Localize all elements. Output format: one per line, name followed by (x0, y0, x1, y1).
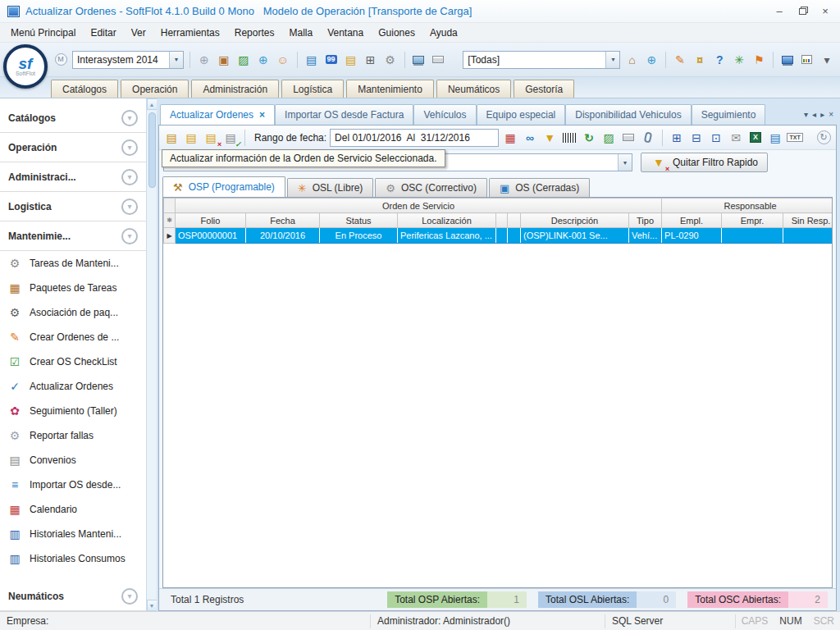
module-tab-operacion[interactable]: Operación (121, 80, 189, 98)
date-range-input[interactable]: Del 01/01/2016 Al 31/12/2016 (330, 129, 499, 147)
flag-icon[interactable]: ⚑ (751, 52, 767, 68)
module-tab-logistica[interactable]: Logística (281, 80, 344, 98)
sidebar-section-administracion[interactable]: Administraci... ▾ (0, 162, 146, 192)
doc-tab-vehiculos[interactable]: Vehículos (413, 104, 476, 125)
tab-close-icon[interactable]: × (829, 110, 833, 119)
sidebar-section-logistica[interactable]: Logistica ▾ (0, 192, 146, 221)
sidebar-item-actualizar-ordenes[interactable]: ✓ Actualizar Ordenes (0, 374, 146, 399)
collapse-section-icon[interactable]: ▾ (121, 169, 138, 185)
mail-icon[interactable]: ✉ (728, 130, 744, 146)
company-badge-icon[interactable]: M (52, 52, 69, 68)
col-flag-2[interactable] (508, 213, 521, 228)
toolbar-overflow-icon[interactable]: ▾ (819, 52, 835, 68)
users-icon[interactable]: ☺ (275, 52, 291, 68)
menu-menu-principal[interactable]: Menú Principal (3, 25, 83, 41)
tab-osp-programable[interactable]: ⚒ OSP (Programable) (162, 176, 285, 197)
chevron-down-icon[interactable]: ▼ (618, 154, 632, 171)
picture-icon[interactable]: ▨ (600, 130, 617, 146)
module-tab-neumaticos[interactable]: Neumáticos (436, 80, 511, 98)
doc-tab-disponibilidad[interactable]: Disponibilidad Vehiculos (565, 104, 691, 125)
calendar-search-icon[interactable]: ▦ (502, 130, 518, 146)
collapse-section-icon[interactable]: ▾ (121, 228, 138, 244)
order-pad-icon[interactable]: ▤ (183, 130, 199, 146)
help-icon[interactable]: ? (711, 52, 728, 68)
col-sin-resp[interactable]: Sin Resp. (783, 213, 833, 228)
collapse-section-icon[interactable]: ▾ (121, 199, 138, 215)
module-tab-gestoria[interactable]: Gestoría (514, 80, 574, 98)
doc-tab-seguimiento[interactable]: Seguimiento (692, 104, 766, 125)
tree-add-icon[interactable]: ⊞ (669, 130, 685, 146)
cell-empr[interactable] (722, 228, 783, 244)
print-icon[interactable] (620, 130, 637, 146)
sidebar-item-seguimiento-taller[interactable]: ✿ Seguimiento (Taller) (0, 399, 146, 423)
collapse-section-icon[interactable]: ▾ (121, 588, 138, 605)
sidebar-section-catalogos[interactable]: Catálogos ▾ (0, 103, 146, 133)
cell-descripcion[interactable]: (OSP)LINK-001 Se... (521, 228, 629, 244)
sidebar-scrollbar[interactable]: ▲ ▼ (146, 98, 157, 611)
menu-ver[interactable]: Ver (124, 25, 153, 41)
sidebar-item-historiales-consumos[interactable]: ▥ Historiales Consumos (0, 546, 146, 571)
sidebar-item-asociacion-paquetes[interactable]: ⚙ Asociación de paq... (0, 300, 146, 325)
calculator-icon[interactable]: ⊞ (363, 52, 379, 68)
image-icon[interactable]: ▨ (235, 52, 252, 68)
close-tab-icon[interactable]: × (259, 109, 265, 121)
restore-button[interactable] (791, 3, 814, 20)
badge-99-icon[interactable]: 99 (323, 52, 340, 68)
monitor-icon[interactable] (410, 52, 427, 68)
sidebar-section-neumaticos[interactable]: Neumáticos ▾ (0, 582, 146, 611)
printer-icon[interactable] (430, 52, 446, 68)
new-document-icon[interactable]: ▤ (304, 52, 320, 68)
quitar-filtro-button[interactable]: ▼× Quitar Filtro Rapido (641, 153, 768, 172)
sidebar-section-operacion[interactable]: Operación ▾ (0, 133, 146, 162)
collapse-section-icon[interactable]: ▾ (121, 110, 138, 126)
tab-osc-correctivo[interactable]: ⚙ OSC (Correctivo) (375, 178, 487, 197)
tab-menu-icon[interactable]: ▾ (804, 110, 808, 119)
refresh-icon[interactable]: ↻ (581, 130, 597, 146)
collapse-section-icon[interactable]: ▾ (121, 139, 138, 156)
sidebar-item-historiales-mantenimiento[interactable]: ▥ Historiales Manteni... (0, 522, 146, 546)
tab-scroll-right-icon[interactable]: ▸ (820, 110, 824, 119)
sidebar-item-crear-os-checklist[interactable]: ☑ Crear OS CheckList (0, 349, 146, 374)
barcode-icon[interactable] (561, 130, 578, 146)
world-icon[interactable]: ⊕ (643, 52, 660, 68)
sidebar-section-mantenimiento[interactable]: Mantenimie... ▾ (0, 221, 146, 251)
col-fecha[interactable]: Fecha (246, 213, 320, 228)
cell-status[interactable]: En Proceso (320, 228, 398, 244)
module-tab-catalogos[interactable]: Catálogos (51, 80, 118, 98)
scope-selector[interactable]: [Todas] ▼ (463, 51, 620, 69)
scroll-down-icon[interactable]: ▼ (147, 600, 158, 611)
menu-guiones[interactable]: Guiones (371, 25, 422, 41)
screen-icon[interactable] (779, 52, 796, 68)
col-localizacion[interactable]: Localización (398, 213, 496, 228)
module-tab-administracion[interactable]: Administración (191, 80, 279, 98)
tab-scroll-left-icon[interactable]: ◂ (812, 110, 816, 119)
menu-ventana[interactable]: Ventana (320, 25, 371, 41)
chevron-down-icon[interactable]: ▼ (605, 52, 619, 68)
delete-order-icon[interactable]: ▤× (203, 130, 219, 146)
cell-sin-resp[interactable] (783, 228, 833, 244)
cell-folio[interactable]: OSP00000001 (176, 228, 246, 244)
col-status[interactable]: Status (320, 213, 398, 228)
company-selector[interactable]: Interasystem 2014 ▼ (72, 51, 184, 69)
sidebar-item-tareas-mantenimiento[interactable]: ⚙ Tareas de Manteni... (0, 251, 146, 276)
chart-icon[interactable] (799, 52, 815, 68)
sidebar-item-crear-ordenes[interactable]: ✎ Crear Ordenes de ... (0, 325, 146, 349)
col-folio[interactable]: Folio (176, 213, 246, 228)
doc-tab-importar-os[interactable]: Importar OS desde Factura (275, 104, 413, 125)
menu-malla[interactable]: Malla (281, 25, 320, 41)
tree-collapse-icon[interactable]: ⊡ (708, 130, 724, 146)
module-tab-mantenimiento[interactable]: Mantenimiento (346, 80, 434, 98)
cell-tipo[interactable]: Vehí... (629, 228, 662, 244)
photo-icon[interactable]: ▣ (216, 52, 232, 68)
sidebar-item-reportar-fallas[interactable]: ⚙ Reportar fallas (0, 423, 146, 448)
export-txt-icon[interactable]: TXT (787, 130, 803, 146)
sidebar-item-importar-os[interactable]: ≡ Importar OS desde... (0, 472, 146, 497)
home-icon[interactable]: ⌂ (623, 52, 640, 68)
menu-editar[interactable]: Editar (83, 25, 123, 41)
orders-grid-container[interactable]: Orden de Servicio Responsable ✱ Folio Fe… (162, 197, 833, 588)
tab-os-cerradas[interactable]: ▣ OS (Cerradas) (489, 178, 590, 197)
scroll-up-icon[interactable]: ▲ (147, 98, 158, 110)
cell-empl[interactable]: PL-0290 (662, 228, 722, 244)
page-edit-icon[interactable]: ✎ (672, 52, 688, 68)
cell-flag-2[interactable] (508, 228, 521, 244)
